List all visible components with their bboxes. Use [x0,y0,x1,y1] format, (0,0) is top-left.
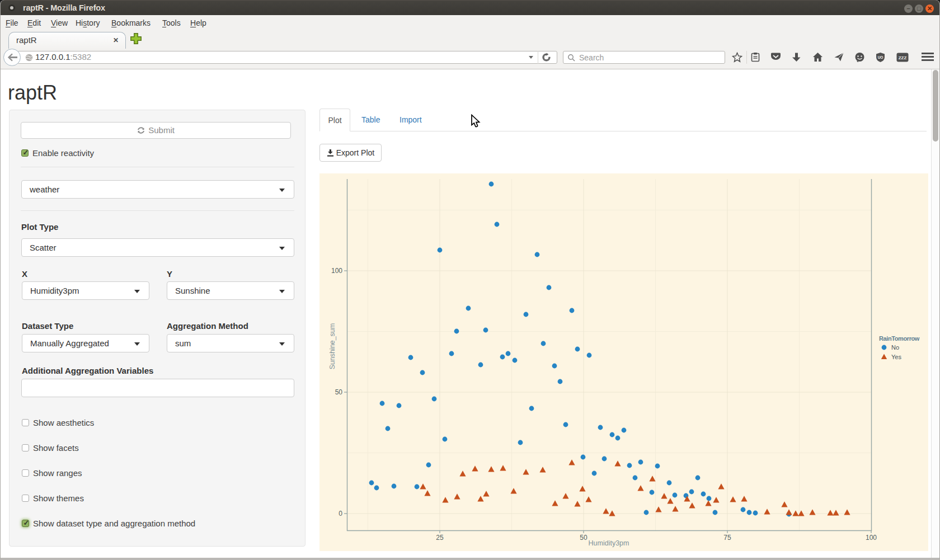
svg-text:75: 75 [723,534,731,542]
svg-text:Humidity3pm: Humidity3pm [589,539,629,547]
svg-text:ZZZ: ZZZ [899,55,907,60]
svg-text:100: 100 [331,267,342,275]
svg-text:Sunshine_sum: Sunshine_sum [328,323,336,370]
svg-text:0: 0 [339,510,342,517]
svg-text:UO: UO [878,55,883,59]
svg-text:No: No [891,344,899,351]
svg-text:50: 50 [580,534,588,542]
svg-text:RainTomorrow: RainTomorrow [879,335,920,342]
svg-text:50: 50 [335,388,343,396]
svg-text:25: 25 [436,534,444,542]
svg-text:Yes: Yes [891,354,901,360]
svg-text:100: 100 [866,534,877,542]
